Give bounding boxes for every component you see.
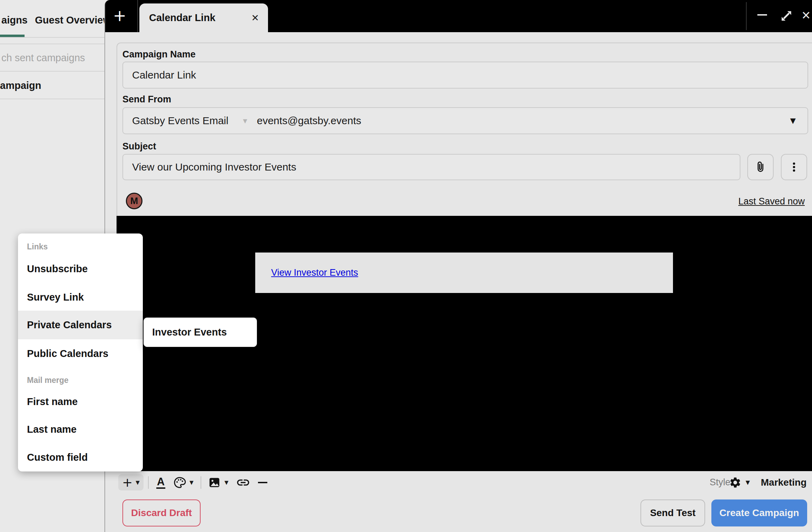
create-campaign-button[interactable]: Create Campaign (711, 499, 807, 526)
image-icon (207, 476, 221, 489)
search-sent-campaigns-input[interactable] (1, 51, 102, 65)
theme-color-button[interactable]: ▼ (173, 474, 201, 490)
tab-guest-overview[interactable]: Guest Overview (35, 15, 111, 26)
text-format-icon: A (156, 476, 165, 489)
paperclip-icon (754, 160, 767, 174)
submenu-item-investor-events[interactable]: Investor Events (152, 327, 227, 338)
send-test-button[interactable]: Send Test (640, 499, 705, 526)
plus-icon: + (122, 475, 132, 490)
avatar: M (126, 193, 142, 209)
chevron-down-icon: ▼ (243, 118, 247, 124)
theme-select[interactable]: Marketing ▼ (761, 474, 812, 490)
email-link-block[interactable]: View Investor Events (255, 253, 673, 293)
kebab-menu-icon (788, 161, 800, 173)
menu-section-mail-merge: Mail merge (27, 373, 68, 388)
campaign-name-label: Campaign Name (122, 48, 196, 61)
menu-item-public-calendars[interactable]: Public Calendars (18, 339, 143, 368)
window-tab-bar: + Calendar Link ✕ ✕ (105, 0, 812, 32)
tab-campaigns[interactable]: aigns (1, 15, 28, 26)
style-label: Style (710, 474, 730, 490)
tab-calendar-link[interactable]: Calendar Link ✕ (139, 3, 268, 32)
chevron-down-icon: ▼ (746, 479, 750, 486)
more-options-button[interactable] (781, 154, 807, 180)
campaign-form-panel: Campaign Name Send From Gatsby Events Em… (117, 43, 812, 470)
expand-button[interactable] (779, 8, 794, 24)
calendar-submenu: Investor Events (144, 318, 257, 347)
attach-file-button[interactable] (747, 154, 774, 180)
text-color-button[interactable]: A (152, 474, 169, 490)
window-close-button[interactable]: ✕ (801, 0, 811, 32)
send-from-email: events@gatsby.events (257, 115, 361, 127)
subject-label: Subject (122, 140, 156, 153)
horizontal-rule-icon (258, 482, 267, 483)
new-tab-button[interactable]: + (109, 5, 131, 27)
insert-divider-button[interactable] (255, 474, 270, 490)
link-icon (236, 475, 250, 490)
active-tab-underline (0, 35, 25, 37)
sidebar-item-campaign[interactable]: ampaign (0, 80, 41, 91)
tab-close-button[interactable]: ✕ (251, 3, 259, 32)
theme-value: Marketing (761, 477, 806, 488)
email-calendar-link[interactable]: View Investor Events (271, 253, 358, 293)
send-from-select[interactable]: Gatsby Events Email ▼ events@gatsby.even… (122, 107, 808, 134)
style-settings-button[interactable]: ▼ (729, 474, 756, 490)
screen: aigns Guest Overview ampaign + Calendar … (0, 0, 812, 532)
gear-icon (729, 476, 741, 489)
palette-icon (173, 476, 186, 489)
chevron-down-icon: ▼ (136, 479, 140, 486)
menu-item-custom-field[interactable]: Custom field (18, 443, 143, 471)
menu-item-unsubscribe[interactable]: Unsubscribe (18, 255, 143, 283)
insert-image-button[interactable]: ▼ (207, 474, 236, 490)
campaign-name-input[interactable] (122, 62, 808, 89)
last-saved-link[interactable]: Last Saved now (738, 194, 805, 208)
discard-draft-button[interactable]: Discard Draft (122, 499, 201, 526)
plus-icon: + (113, 6, 127, 25)
chevron-down-icon: ▼ (190, 479, 194, 486)
minimize-button[interactable] (757, 14, 767, 16)
campaign-editor-window: + Calendar Link ✕ ✕ Campaign Name Send F… (104, 0, 812, 532)
chevron-down-icon: ▼ (790, 117, 796, 125)
tab-title: Calendar Link (149, 3, 215, 32)
send-from-account: Gatsby Events Email (132, 115, 228, 127)
menu-item-last-name[interactable]: Last name (18, 415, 143, 443)
menu-item-first-name[interactable]: First name (18, 387, 143, 416)
menu-item-private-calendars[interactable]: Private Calendars (18, 311, 143, 339)
insert-menu: Links Unsubscribe Survey Link Private Ca… (18, 233, 143, 471)
subject-input[interactable] (122, 154, 740, 180)
menu-item-survey-link[interactable]: Survey Link (18, 283, 143, 311)
menu-section-links: Links (27, 239, 48, 254)
chevron-down-icon: ▼ (224, 479, 229, 486)
insert-element-button[interactable]: + ▼ (118, 474, 144, 490)
send-from-label: Send From (122, 93, 171, 106)
insert-link-button[interactable] (235, 474, 251, 490)
